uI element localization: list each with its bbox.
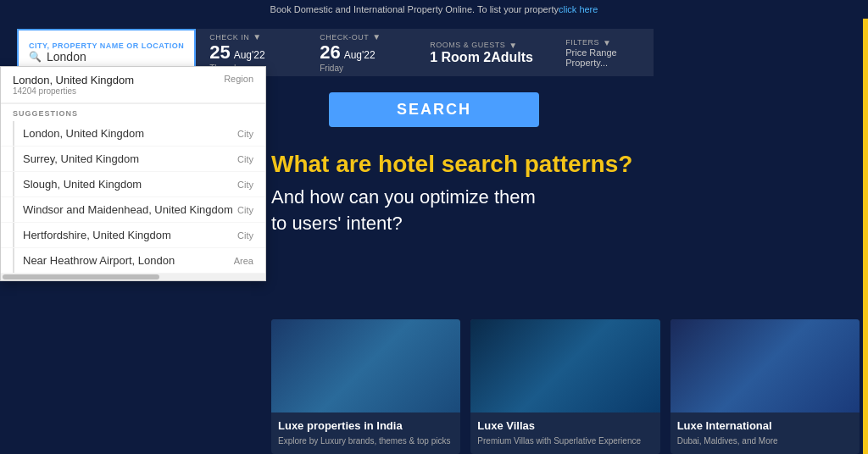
checkout-month: Aug'22 — [344, 49, 376, 61]
filters-line2: Property... — [565, 58, 640, 68]
filters-chevron: ▼ — [603, 38, 611, 47]
suggestion-item-windsor[interactable]: Windsor and Maidenhead, United Kingdom C… — [1, 197, 265, 223]
card-villas-title: Luxe Villas — [477, 419, 653, 432]
suggestion-main-count: 14204 properties — [13, 86, 134, 96]
checkin-month: Aug'22 — [234, 49, 265, 61]
card-india-image — [271, 319, 460, 412]
filters-line1: Price Range — [565, 47, 640, 58]
card-intl-subtitle: Dubai, Maldives, and More — [677, 435, 853, 447]
suggestion-dropdown: London, United Kingdom 14204 properties … — [0, 66, 266, 281]
card-intl-image — [670, 319, 860, 412]
suggestion-item-heathrow[interactable]: Near Heathrow Airport, London Area — [1, 248, 265, 274]
card-intl-title: Luxe International — [677, 419, 853, 432]
suggestion-main-name: London, United Kingdom — [13, 74, 134, 86]
card-villas-subtitle: Premium Villas with Superlative Experien… — [477, 435, 653, 447]
checkin-day: 25 — [209, 42, 230, 64]
suggestions-section-label: SUGGESTIONS — [1, 103, 265, 121]
checkout-day: 26 — [320, 42, 340, 64]
hero-subtext: And how can you optimize themto users' i… — [271, 185, 843, 237]
top-banner: Book Domestic and International Property… — [0, 0, 868, 19]
checkin-label: CHECK IN ▼ — [209, 32, 292, 42]
rooms-label: ROOMS & GUESTS ▼ — [430, 41, 538, 50]
yellow-accent-bar — [863, 19, 868, 454]
suggestion-main-item[interactable]: London, United Kingdom 14204 properties … — [1, 67, 265, 103]
suggestion-item-hertfordshire[interactable]: Hertfordshire, United Kingdom City — [1, 223, 265, 248]
checkout-label: CHECK-OUT ▼ — [320, 32, 403, 42]
card-villas-image — [470, 319, 659, 412]
hero-heading: What are hotel search patterns? — [271, 149, 843, 180]
rooms-value: 1 Room 2Adults — [430, 50, 538, 65]
suggestion-item-slough[interactable]: Slough, United Kingdom City — [1, 172, 265, 197]
scroll-thumb — [3, 274, 159, 280]
cards-row: Luxe properties in India Explore by Luxu… — [263, 293, 868, 454]
search-icon: 🔍 — [29, 51, 42, 63]
banner-text: Book Domestic and International Property… — [270, 4, 559, 14]
checkin-chevron: ▼ — [253, 32, 261, 42]
card-india-subtitle: Explore by Luxury brands, themes & top p… — [278, 435, 453, 447]
suggestion-main-type: Region — [224, 74, 253, 84]
location-input[interactable] — [47, 50, 157, 64]
card-villas[interactable]: Luxe Villas Premium Villas with Superlat… — [470, 319, 659, 454]
suggestion-item-surrey[interactable]: Surrey, United Kingdom City — [1, 147, 265, 172]
dropdown-scrollbar[interactable] — [1, 274, 265, 280]
checkout-chevron: ▼ — [372, 32, 381, 42]
banner-link[interactable]: click here — [559, 4, 598, 14]
search-button[interactable]: SEARCH — [329, 92, 539, 127]
rooms-chevron: ▼ — [509, 41, 517, 50]
rooms-field[interactable]: ROOMS & GUESTS ▼ 1 Room 2Adults — [416, 29, 552, 76]
filters-field[interactable]: FILTERS ▼ Price Range Property... — [552, 29, 654, 76]
checkout-dayname: Friday — [320, 64, 403, 73]
card-intl[interactable]: Luxe International Dubai, Maldives, and … — [670, 319, 860, 454]
checkout-field[interactable]: CHECK-OUT ▼ 26 Aug'22 Friday — [306, 29, 416, 76]
suggestion-item-london[interactable]: London, United Kingdom City — [1, 121, 265, 147]
hero-text-area: What are hotel search patterns? And how … — [271, 149, 843, 237]
filters-label: FILTERS ▼ — [565, 38, 640, 47]
location-label: CITY, PROPERTY NAME OR LOCATION — [29, 42, 184, 50]
card-india-title: Luxe properties in India — [278, 419, 453, 432]
card-india[interactable]: Luxe properties in India Explore by Luxu… — [271, 319, 460, 454]
